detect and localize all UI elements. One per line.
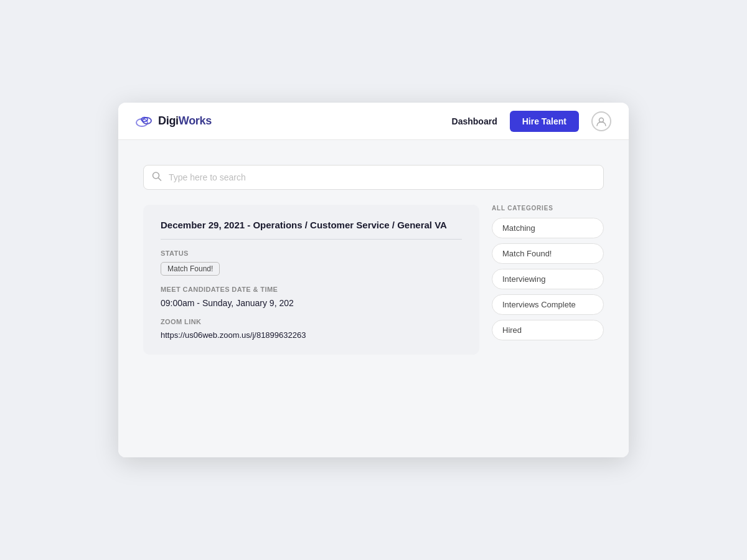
- status-label: Status: [161, 250, 462, 257]
- categories-header: ALL CATEGORIES: [492, 205, 604, 212]
- divider: [161, 239, 462, 240]
- category-interviews-complete[interactable]: Interviews Complete: [492, 294, 604, 315]
- user-avatar[interactable]: [591, 111, 611, 131]
- meet-label: Meet Candidates Date & Time: [161, 286, 462, 293]
- category-match-found[interactable]: Match Found!: [492, 243, 604, 264]
- logo: DigiWorks: [136, 114, 212, 128]
- nav-right: Dashboard Hire Talent: [452, 111, 611, 132]
- logo-text: DigiWorks: [158, 114, 212, 128]
- main-window: DigiWorks Dashboard Hire Talent: [118, 103, 629, 457]
- svg-line-5: [159, 178, 161, 180]
- svg-point-0: [136, 119, 148, 126]
- status-badge: Match Found!: [161, 262, 220, 276]
- job-title: December 29, 2021 - Operations / Custome…: [161, 220, 462, 230]
- logo-icon: [136, 115, 153, 128]
- search-input[interactable]: [143, 165, 604, 190]
- zoom-link[interactable]: https://us06web.zoom.us/j/81899632263: [161, 330, 462, 340]
- dashboard-link[interactable]: Dashboard: [452, 116, 497, 126]
- job-card: December 29, 2021 - Operations / Custome…: [143, 205, 479, 355]
- zoom-label: Zoom Link: [161, 318, 462, 325]
- navbar: DigiWorks Dashboard Hire Talent: [118, 103, 629, 140]
- body-layout: December 29, 2021 - Operations / Custome…: [143, 205, 604, 355]
- search-wrapper: [143, 165, 604, 190]
- main-content: December 29, 2021 - Operations / Custome…: [118, 140, 629, 457]
- category-hired[interactable]: Hired: [492, 320, 604, 340]
- search-icon: [152, 172, 162, 184]
- category-matching[interactable]: Matching: [492, 218, 604, 238]
- category-interviewing[interactable]: Interviewing: [492, 269, 604, 289]
- sidebar: ALL CATEGORIES Matching Match Found! Int…: [492, 205, 604, 345]
- meet-date: 09:00am - Sunday, January 9, 202: [161, 298, 462, 308]
- hire-talent-button[interactable]: Hire Talent: [510, 111, 579, 132]
